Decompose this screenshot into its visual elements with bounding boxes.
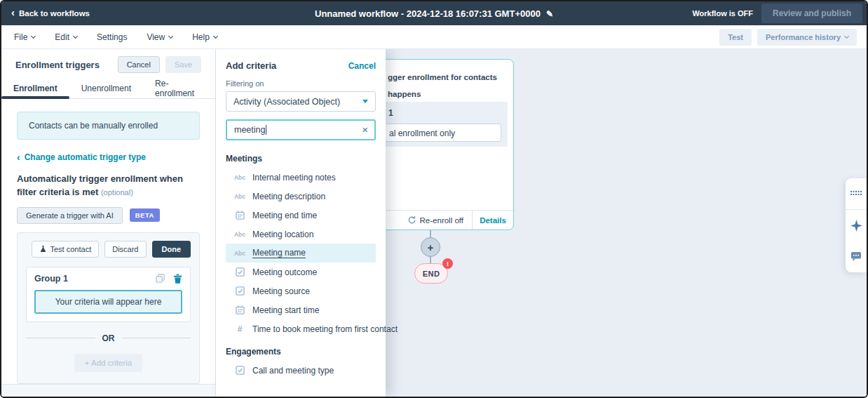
- panel-title: Enrollment triggers: [15, 60, 100, 70]
- list-item[interactable]: Meeting outcome: [226, 263, 376, 281]
- select-property-icon: [233, 267, 247, 277]
- refresh-icon: [407, 215, 416, 225]
- list-item-label: Meeting start time: [252, 305, 319, 315]
- optional-label: (optional): [101, 188, 133, 197]
- add-action-button[interactable]: +: [421, 237, 440, 257]
- clone-icon[interactable]: [156, 274, 165, 283]
- list-item-label: Meeting description: [252, 192, 325, 201]
- details-link[interactable]: Details: [472, 211, 513, 230]
- list-item[interactable]: Meeting source: [226, 281, 376, 300]
- select-property-icon: [233, 286, 247, 296]
- generate-trigger-ai-button[interactable]: Generate a trigger with AI: [17, 207, 123, 224]
- trash-icon[interactable]: [173, 274, 182, 284]
- save-button[interactable]: Save: [165, 56, 201, 73]
- comments-button[interactable]: [846, 241, 867, 272]
- menu-file[interactable]: File: [14, 32, 35, 42]
- clear-search-icon[interactable]: ×: [362, 125, 368, 135]
- cancel-criteria-link[interactable]: Cancel: [348, 61, 376, 71]
- grid-dots-icon: [850, 191, 862, 197]
- dropdown-caret-icon: [362, 100, 368, 103]
- menu-edit[interactable]: Edit: [55, 32, 77, 42]
- calendar-icon: [233, 305, 247, 314]
- change-trigger-type-link[interactable]: ‹ Change automatic trigger type: [17, 152, 200, 162]
- workflow-title-text: Unnamed workflow - 2024-12-18 16:07:31 G…: [315, 8, 541, 19]
- calendar-icon: [233, 211, 247, 220]
- tab-enrollment[interactable]: Enrollment: [1, 79, 69, 98]
- text-property-icon: Abc: [233, 250, 247, 257]
- trigger-card-event-fragment: happens: [388, 90, 421, 98]
- ai-assistant-button[interactable]: [846, 210, 867, 241]
- select-property-icon: [233, 366, 247, 375]
- workflow-editor-window: ‹ Back to workflows Unnamed workflow - 2…: [0, 0, 868, 398]
- back-to-workflows-link[interactable]: ‹ Back to workflows: [1, 9, 100, 18]
- cancel-button[interactable]: Cancel: [118, 56, 160, 73]
- list-item-label: Meeting location: [252, 230, 313, 239]
- tab-unenrollment[interactable]: Unenrollment: [69, 79, 143, 98]
- text-property-icon: Abc: [233, 231, 247, 238]
- manual-enrollment-info: Contacts can be manually enrolled: [17, 112, 200, 140]
- menu-help[interactable]: Help: [192, 32, 217, 42]
- enrollment-settings-section[interactable]: › Enrollment settings: [1, 384, 215, 398]
- end-alert-badge: !: [442, 258, 453, 269]
- property-search-input[interactable]: meeting ×: [226, 119, 376, 140]
- back-chevron-icon: ‹: [11, 9, 15, 16]
- menu-bar: File Edit Settings View Help Test Perfor…: [1, 25, 867, 49]
- list-item-label: Meeting name: [252, 248, 306, 258]
- menu-settings[interactable]: Settings: [97, 32, 127, 42]
- tab-re-enrollment[interactable]: Re-enrollment: [143, 79, 215, 98]
- plus-icon: +: [428, 241, 434, 253]
- test-button[interactable]: Test: [719, 29, 752, 46]
- filter-object-dropdown[interactable]: Activity (Associated Object): [226, 91, 376, 112]
- reenroll-status: Re-enroll off: [407, 215, 472, 225]
- chevron-down-icon: [31, 33, 36, 38]
- list-item-label: Time to book meeting from first contact: [252, 324, 398, 334]
- chevron-down-icon: [844, 33, 849, 38]
- trigger-card-title-fragment: gger enrollment for contacts: [388, 73, 497, 81]
- text-property-icon: Abc: [233, 174, 247, 181]
- property-results-list: Meetings Abc Internal meeting notes Abc …: [226, 151, 376, 380]
- number-property-icon: #: [233, 324, 247, 334]
- list-item-label: Meeting outcome: [252, 267, 317, 277]
- test-contact-button[interactable]: Test contact: [32, 241, 100, 258]
- discard-button[interactable]: Discard: [104, 241, 146, 258]
- enrollment-type-fragment: al enrollment only: [389, 128, 455, 138]
- chevron-down-icon: [168, 33, 173, 38]
- filter-criteria-heading: Automatically trigger enrollment when fi…: [17, 173, 200, 199]
- text-property-icon: Abc: [233, 193, 247, 200]
- filtering-on-label: Filtering on: [226, 79, 376, 88]
- review-and-publish-button[interactable]: Review and publish: [761, 4, 862, 23]
- reenroll-label: Re-enroll off: [420, 216, 463, 225]
- list-item[interactable]: # Time to book meeting from first contac…: [226, 319, 376, 338]
- done-button[interactable]: Done: [152, 241, 191, 258]
- list-item[interactable]: Abc Meeting description: [226, 187, 376, 206]
- test-flask-icon: [39, 245, 47, 253]
- minimap-toggle-button[interactable]: [846, 178, 867, 210]
- add-criteria-button[interactable]: + Add criteria: [74, 354, 142, 372]
- section-header-engagements: Engagements: [226, 344, 376, 361]
- chat-bubble-icon: [850, 251, 862, 262]
- list-item[interactable]: Abc Internal meeting notes: [226, 168, 376, 187]
- performance-history-button[interactable]: Performance history: [757, 29, 857, 46]
- chevron-down-icon: [213, 33, 218, 38]
- end-label: END: [423, 270, 440, 278]
- add-criteria-title: Add criteria: [226, 60, 276, 71]
- list-item-label: Meeting source: [252, 286, 310, 296]
- group-title: Group 1: [34, 274, 68, 284]
- group-1-box: Group 1: [26, 267, 191, 322]
- menu-view[interactable]: View: [147, 32, 172, 42]
- list-item[interactable]: Meeting start time: [226, 300, 376, 319]
- or-divider: OR: [26, 333, 191, 343]
- list-item-selected[interactable]: Abc Meeting name: [226, 244, 376, 263]
- list-item[interactable]: Meeting end time: [226, 206, 376, 225]
- edit-title-pencil-icon[interactable]: ✎: [546, 9, 553, 19]
- list-item-label: Call and meeting type: [252, 366, 334, 376]
- criteria-placeholder: Your criteria will appear here: [34, 290, 182, 314]
- beta-badge: BETA: [130, 208, 160, 222]
- canvas-side-toolbar: [846, 178, 867, 272]
- top-bar: ‹ Back to workflows Unnamed workflow - 2…: [1, 1, 867, 25]
- list-item[interactable]: Call and meeting type: [226, 361, 376, 380]
- list-item-label: Internal meeting notes: [252, 173, 336, 183]
- sparkle-icon: [850, 220, 862, 232]
- list-item[interactable]: Abc Meeting location: [226, 225, 376, 244]
- trigger-criteria-card: Test contact Discard Done Group 1: [17, 232, 200, 384]
